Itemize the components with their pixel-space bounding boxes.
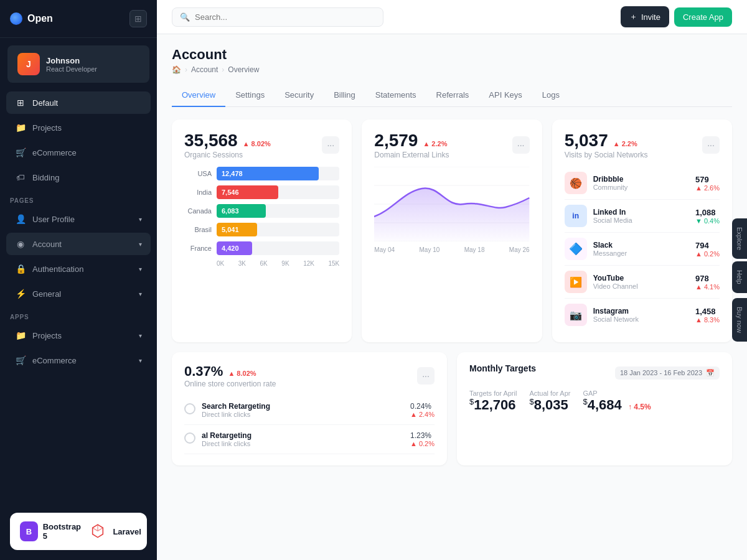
conversion-rate: 0.37% <box>184 363 223 380</box>
auth-icon: 🔒 <box>15 263 26 274</box>
slack-icon: 🔷 <box>565 238 587 260</box>
retarget-check <box>184 403 195 414</box>
invite-button[interactable]: ＋ Invite <box>621 6 669 27</box>
social-row-slack: 🔷 Slack Messanger 794 ▲ 0.2% <box>565 233 720 266</box>
bar-row-india: India 7,546 <box>184 185 339 199</box>
sidebar-item-general[interactable]: ⚡ General ▾ <box>6 282 151 305</box>
monthly-actual: Actual for Apr $8,035 <box>529 390 570 413</box>
search-icon: 🔍 <box>180 12 190 22</box>
social-info: YouTube Video Channel <box>593 274 689 290</box>
folder-icon: 📁 <box>15 330 26 341</box>
chevron-down-icon: ▾ <box>139 216 142 223</box>
organic-sessions-change: ▲ 8.02% <box>243 140 271 147</box>
bar-label-france: France <box>184 245 212 252</box>
retarget-row-1: Search Retargeting Direct link clicks 0.… <box>184 396 435 425</box>
sidebar: Open ⊞ J Johnson React Developer ⊞ Defau… <box>0 0 157 560</box>
monthly-header: Monthly Targets 18 Jan 2023 - 16 Feb 202… <box>469 363 720 382</box>
stat-title-row: 0.37% ▲ 8.02% <box>184 363 276 380</box>
conversion-more-button[interactable]: ··· <box>417 367 435 385</box>
sidebar-item-account[interactable]: ◉ Account ▾ <box>6 233 151 255</box>
breadcrumb: 🏠 › Account › Overview <box>172 65 732 74</box>
general-icon: ⚡ <box>15 288 26 299</box>
retarget-val-2: 1.23% ▲ 0.2% <box>410 431 435 447</box>
sidebar-item-label: Default <box>32 98 58 108</box>
social-info: Dribbble Community <box>593 175 689 191</box>
sidebar-item-projects[interactable]: 📁 Projects <box>6 116 151 139</box>
tab-overview[interactable]: Overview <box>172 84 225 107</box>
tab-settings[interactable]: Settings <box>225 84 275 107</box>
line-chart: May 04May 10May 18May 26 <box>374 167 529 241</box>
social-more-button[interactable]: ··· <box>702 136 720 154</box>
user-role: React Developer <box>46 65 139 73</box>
stat-title-row: 35,568 ▲ 8.02% <box>184 131 271 151</box>
bar-track: 4,420 <box>217 241 339 255</box>
topbar: 🔍 ＋ Invite Create App <box>157 0 747 34</box>
apps-section-label: APPS <box>0 306 157 323</box>
sidebar-item-label: User Profile <box>32 215 75 224</box>
conversion-title-group: 0.37% ▲ 8.02% Online store convertion ra… <box>184 363 276 388</box>
framework-card: B Bootstrap 5 Laravel <box>10 513 147 550</box>
organic-more-button[interactable]: ··· <box>322 136 339 154</box>
stat-header: 0.37% ▲ 8.02% Online store convertion ra… <box>184 363 435 388</box>
sidebar-item-ecommerce-app[interactable]: 🛒 eCommerce ▾ <box>6 349 151 371</box>
tab-api-keys[interactable]: API Keys <box>479 84 532 107</box>
sidebar-item-label: Projects <box>32 331 62 340</box>
sidebar-item-ecommerce[interactable]: 🛒 eCommerce <box>6 141 151 164</box>
tab-logs[interactable]: Logs <box>532 84 570 107</box>
sidebar-item-label: Authentication <box>32 264 83 274</box>
bootstrap-label: Bootstrap 5 <box>43 522 83 541</box>
dribbble-icon: 🏀 <box>565 172 587 194</box>
account-icon: ◉ <box>15 238 26 250</box>
linkedin-icon: in <box>565 205 587 227</box>
chevron-down-icon: ▾ <box>139 332 142 339</box>
sidebar-item-label: Bidding <box>32 173 59 182</box>
social-list: 🏀 Dribbble Community 579 ▲ 2.6% in <box>565 167 720 331</box>
social-visits-label: Visits by Social Networks <box>565 151 648 159</box>
sidebar-item-label: Projects <box>32 123 62 133</box>
bootstrap-item: B Bootstrap 5 <box>20 521 83 541</box>
sidebar-toggle-button[interactable]: ⊞ <box>129 10 147 27</box>
conversion-change: ▲ 8.02% <box>228 370 256 377</box>
breadcrumb-sep2: › <box>222 65 224 74</box>
page-header: Account 🏠 › Account › Overview <box>172 47 732 74</box>
stat-title-group: 35,568 ▲ 8.02% Organic Sessions <box>184 131 271 159</box>
conversion-card: 0.37% ▲ 8.02% Online store convertion ra… <box>172 352 447 465</box>
tab-referrals[interactable]: Referrals <box>426 84 479 107</box>
sidebar-item-label: eCommerce <box>32 148 77 157</box>
bar-fill: 12,478 <box>217 167 319 180</box>
sidebar-item-projects-app[interactable]: 📁 Projects ▾ <box>6 324 151 347</box>
search-input[interactable] <box>195 12 375 22</box>
domain-links-change: ▲ 2.2% <box>423 140 447 147</box>
domain-links-value: 2,579 <box>374 131 418 151</box>
bar-chart: USA 12,478 India 7,546 Canada <box>184 167 339 267</box>
help-button[interactable]: Help <box>732 261 747 293</box>
bar-row-usa: USA 12,478 <box>184 167 339 180</box>
search-box[interactable]: 🔍 <box>172 7 383 27</box>
domain-more-button[interactable]: ··· <box>512 136 530 154</box>
create-app-button[interactable]: Create App <box>674 7 732 27</box>
sidebar-item-bidding[interactable]: 🏷 Bidding <box>6 166 151 189</box>
user-info: Johnson React Developer <box>46 56 139 73</box>
date-range: 18 Jan 2023 - 16 Feb 2023 📅 <box>615 366 720 380</box>
bottom-grid: 0.37% ▲ 8.02% Online store convertion ra… <box>172 352 732 465</box>
explore-button[interactable]: Explore <box>732 218 747 259</box>
chart-x-labels: May 04May 10May 18May 26 <box>374 246 529 253</box>
sidebar-item-default[interactable]: ⊞ Default <box>6 91 151 114</box>
breadcrumb-account: Account <box>191 65 218 74</box>
tab-billing[interactable]: Billing <box>324 84 365 107</box>
bar-row-france: France 4,420 <box>184 241 339 255</box>
bar-track: 12,478 <box>217 167 339 180</box>
tab-security[interactable]: Security <box>275 84 324 107</box>
bar-row-canada: Canada 6,083 <box>184 204 339 218</box>
tab-statements[interactable]: Statements <box>365 84 426 107</box>
sidebar-item-authentication[interactable]: 🔒 Authentication ▾ <box>6 258 151 280</box>
monthly-values: Targets for April $12,706 Actual for Apr… <box>469 390 720 413</box>
stat-title-group: 2,579 ▲ 2.2% Domain External Links <box>374 131 449 159</box>
social-row-linkedin: in Linked In Social Media 1,088 ▼ 0.4% <box>565 200 720 233</box>
sidebar-item-user-profile[interactable]: 👤 User Profile ▾ <box>6 208 151 230</box>
buy-now-button[interactable]: Buy now <box>732 298 747 342</box>
user-name: Johnson <box>46 56 139 65</box>
user-card[interactable]: J Johnson React Developer <box>7 45 149 83</box>
slack-value: 794 ▲ 0.2% <box>695 241 720 258</box>
tabs: Overview Settings Security Billing State… <box>172 84 732 107</box>
